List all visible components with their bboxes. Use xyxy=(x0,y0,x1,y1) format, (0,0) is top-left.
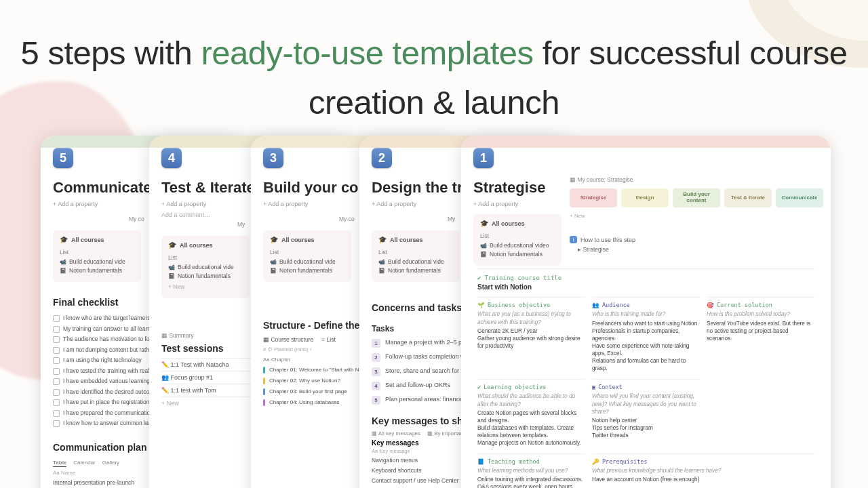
course-item[interactable]: 📹Build educational video xyxy=(480,242,555,249)
all-courses-panel: 🎓All courses List 📹Build educational vid… xyxy=(372,230,460,282)
graduation-icon: 🎓 xyxy=(270,236,278,243)
sprout-icon: 🌱 xyxy=(477,302,485,309)
cell-learning-objective: ✔Learning objective What should the audi… xyxy=(477,379,585,447)
graduation-icon: 🎓 xyxy=(378,236,387,243)
step-badge: 3 xyxy=(263,148,283,168)
doc-icon: 📓 xyxy=(480,251,487,258)
camera-icon: 📹 xyxy=(378,259,385,265)
info-icon: i xyxy=(570,236,577,243)
cell-business-objective: 🌱Business objective What are you (as a b… xyxy=(477,297,585,372)
training-title-block: ✔Training course title Start with Notion xyxy=(477,268,814,291)
doc-icon: 📓 xyxy=(60,268,66,274)
training-title: Start with Notion xyxy=(477,283,814,291)
how-to-block: iHow to use this step ▸ Strategise xyxy=(570,236,635,253)
graduation-icon: 🎓 xyxy=(480,220,488,227)
step-badge: 4 xyxy=(161,148,182,168)
step-badge: 2 xyxy=(372,148,392,168)
step-badge: 1 xyxy=(473,148,494,168)
cell-prerequisites: 🔑Prerequisites What previous knowledge s… xyxy=(592,453,814,488)
doc-icon: 📓 xyxy=(378,268,385,274)
book-icon: 📘 xyxy=(477,458,485,466)
cell-audience: 👥Audience Who is this training made for?… xyxy=(592,297,700,372)
cards-stage: 5 Communicate Add a property My co 🎓All … xyxy=(34,136,834,488)
pill-build[interactable]: Build your content xyxy=(673,188,720,207)
camera-icon: 📹 xyxy=(270,259,277,265)
stage-pills: Strategise Design Build your content Tes… xyxy=(570,188,823,207)
pill-test[interactable]: Test & Iterate xyxy=(724,188,772,207)
cell-teaching-method: 📘Teaching method What learning methods w… xyxy=(477,453,585,488)
people-icon: 👥 xyxy=(592,302,599,309)
cell-current-solution: 🎯Current solution How is the problem sol… xyxy=(707,297,814,372)
page-title: 5 steps with ready-to-use templates for … xyxy=(0,28,868,127)
course-item[interactable]: 📓Notion fundamentals xyxy=(480,251,555,258)
target-icon: 🎯 xyxy=(707,302,714,309)
step-badge: 5 xyxy=(53,148,73,168)
card-step-1: 1 Strategise Add a property ▦ My course:… xyxy=(461,136,831,488)
doc-icon: 📓 xyxy=(168,273,175,279)
all-courses-panel: 🎓All courses List 📹Build educational vid… xyxy=(161,236,250,298)
strategy-grid: 🌱Business objective What are you (as a b… xyxy=(477,297,814,488)
camera-icon: 📹 xyxy=(168,264,175,270)
doc-icon: 📓 xyxy=(270,268,277,274)
all-courses-panel: 🎓All courses List 📹Build educational vid… xyxy=(263,230,351,282)
graduation-icon: 🎓 xyxy=(60,236,68,243)
pill-strategise[interactable]: Strategise xyxy=(570,188,617,207)
all-courses-panel: 🎓All courses List 📹Build educational vid… xyxy=(53,230,141,282)
camera-icon: 📹 xyxy=(60,259,66,265)
my-course-tab[interactable]: ▦ My course: Strategise Strategise Desig… xyxy=(570,176,823,219)
check-icon: ✔ xyxy=(477,384,481,391)
check-icon: ✔ xyxy=(477,274,481,281)
graduation-icon: 🎓 xyxy=(168,241,176,249)
key-icon: 🔑 xyxy=(592,458,599,466)
pill-communicate[interactable]: Communicate xyxy=(776,188,823,207)
pill-design[interactable]: Design xyxy=(621,188,669,207)
all-courses-panel: 🎓All courses List 📹Build educational vid… xyxy=(473,214,561,266)
cell-context: ▣Context Where will you find your conten… xyxy=(592,379,700,447)
box-icon: ▣ xyxy=(592,384,595,391)
camera-icon: 📹 xyxy=(480,243,487,249)
